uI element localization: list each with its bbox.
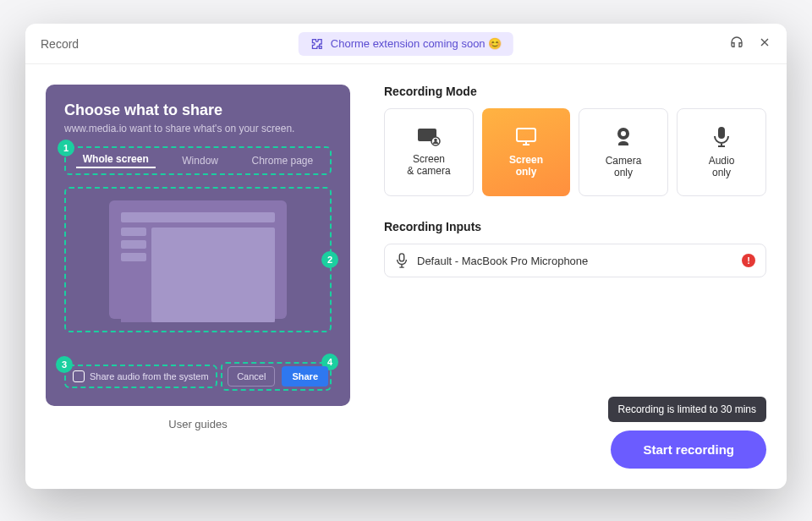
tab-window[interactable]: Window — [175, 155, 225, 167]
svg-rect-6 — [718, 127, 725, 139]
tab-whole-screen[interactable]: Whole screen — [76, 153, 156, 168]
checkbox-icon — [73, 370, 85, 382]
extension-banner: Chorme extension coming soon 😊 — [299, 32, 513, 56]
share-button[interactable]: Share — [282, 366, 328, 387]
mode-label: Camera only — [606, 155, 642, 178]
content: Choose what to share www.media.io want t… — [25, 64, 787, 489]
share-audio-label: Share audio from the system — [90, 371, 209, 381]
window-title: Record — [41, 37, 79, 51]
record-window: Record Chorme extension coming soon 😊 Ch… — [25, 24, 787, 489]
mic-small-icon — [395, 253, 409, 268]
warning-icon: ! — [742, 254, 755, 267]
tab-chrome-page[interactable]: Chrome page — [245, 155, 321, 167]
banner-text: Chorme extension coming soon 😊 — [331, 37, 502, 50]
right-panel: Recording Mode Screen & camera Screen on… — [384, 85, 766, 469]
recording-mode-title: Recording Mode — [384, 85, 766, 98]
recording-inputs-title: Recording Inputs — [384, 220, 766, 233]
titlebar: Record Chorme extension coming soon 😊 — [25, 24, 787, 64]
left-panel: Choose what to share www.media.io want t… — [46, 85, 350, 469]
microphone-label: Default - MacBook Pro Microphone — [417, 255, 588, 267]
mic-icon — [712, 126, 731, 148]
step-badge-1: 1 — [58, 140, 74, 156]
limit-tooltip: Recording is limited to 30 mins — [608, 397, 766, 422]
microphone-select[interactable]: Default - MacBook Pro Microphone ! — [384, 244, 766, 277]
mode-label: Screen only — [509, 154, 543, 178]
screen-camera-icon — [417, 128, 441, 146]
mode-screen-camera[interactable]: Screen & camera — [384, 108, 474, 196]
share-subtitle: www.media.io want to share what's on you… — [64, 123, 332, 134]
screen-preview[interactable]: 2 — [64, 187, 332, 332]
cancel-button[interactable]: Cancel — [228, 366, 275, 387]
screen-icon — [514, 127, 538, 147]
camera-icon — [612, 126, 634, 148]
close-icon[interactable] — [758, 36, 771, 52]
step-badge-2: 2 — [321, 251, 338, 268]
svg-rect-7 — [399, 254, 403, 261]
share-title: Choose what to share — [64, 101, 332, 119]
mode-label: Audio only — [709, 155, 735, 178]
share-audio-checkbox[interactable]: 3 Share audio from the system — [64, 365, 217, 388]
mode-label: Screen & camera — [407, 153, 450, 177]
mode-screen-only[interactable]: Screen only — [482, 108, 570, 196]
start-recording-button[interactable]: Start recording — [611, 431, 766, 469]
user-guides-link[interactable]: User guides — [168, 418, 227, 431]
step-badge-3: 3 — [56, 356, 73, 373]
recording-modes: Screen & camera Screen only Camera only … — [384, 108, 766, 196]
share-buttons-wrap: 4 Cancel Share — [221, 362, 332, 391]
mode-camera-only[interactable]: Camera only — [579, 108, 668, 196]
svg-point-5 — [621, 131, 626, 136]
svg-point-2 — [434, 139, 437, 142]
puzzle-icon — [310, 37, 324, 51]
share-tabs: 1 Whole screen Window Chrome page — [64, 146, 332, 175]
svg-rect-3 — [517, 129, 535, 141]
monitor-icon — [109, 200, 287, 319]
mode-audio-only[interactable]: Audio only — [677, 108, 766, 196]
share-dialog: Choose what to share www.media.io want t… — [46, 85, 350, 406]
headset-icon[interactable] — [729, 35, 744, 53]
